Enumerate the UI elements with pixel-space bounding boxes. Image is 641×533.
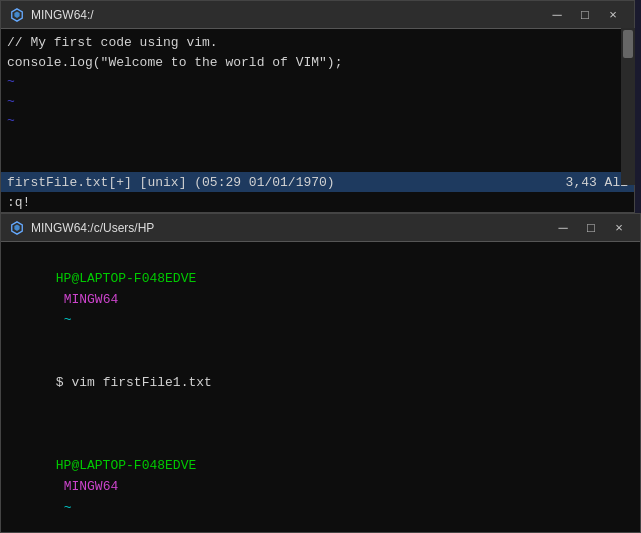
vim-code-line-3: console.log("Welcome to the world of VIM… xyxy=(7,53,628,73)
terminal-prompt-line-2: HP@LAPTOP-F048EDVE MINGW64 ~ xyxy=(9,435,632,532)
vim-window-icon xyxy=(9,7,25,23)
terminal-cmd-1: vim firstFile1.txt xyxy=(71,375,211,390)
terminal-window-controls: ─ □ × xyxy=(550,218,632,238)
vim-tilde-2: ~ xyxy=(7,92,628,112)
terminal-spacer xyxy=(9,414,632,435)
vim-command-line: :q! xyxy=(1,192,634,212)
vim-window: MINGW64:/ ─ □ × // My first code using v… xyxy=(0,0,635,213)
terminal-close-button[interactable]: × xyxy=(606,218,632,238)
vim-status-left: firstFile.txt[+] [unix] (05:29 01/01/197… xyxy=(7,175,335,190)
terminal-prompt1-dir: MINGW64 xyxy=(56,292,118,307)
terminal-title-bar: MINGW64:/c/Users/HP ─ □ × xyxy=(1,214,640,242)
terminal-dollar-1: $ xyxy=(56,375,72,390)
vim-title-bar: MINGW64:/ ─ □ × xyxy=(1,1,634,29)
terminal-window: MINGW64:/c/Users/HP ─ □ × HP@LAPTOP-F048… xyxy=(0,213,641,533)
terminal-prompt-line-1: HP@LAPTOP-F048EDVE MINGW64 ~ xyxy=(9,248,632,352)
terminal-title-left: MINGW64:/c/Users/HP xyxy=(9,220,154,236)
vim-status-right: 3,43 All xyxy=(566,175,628,190)
terminal-prompt2-user: HP@LAPTOP-F048EDVE xyxy=(56,458,196,473)
vim-tilde-1: ~ xyxy=(7,72,628,92)
terminal-content: HP@LAPTOP-F048EDVE MINGW64 ~ $ vim first… xyxy=(1,242,640,532)
vim-title-left: MINGW64:/ xyxy=(9,7,94,23)
vim-code-line-1: // My first code using vim. xyxy=(7,33,628,53)
vim-status-bar: firstFile.txt[+] [unix] (05:29 01/01/197… xyxy=(1,172,634,192)
terminal-prompt1-tilde: ~ xyxy=(56,312,72,327)
terminal-prompt2-dir: MINGW64 xyxy=(56,479,118,494)
terminal-minimize-button[interactable]: ─ xyxy=(550,218,576,238)
svg-marker-1 xyxy=(14,11,19,17)
vim-command-text: :q! xyxy=(7,195,30,210)
terminal-window-icon xyxy=(9,220,25,236)
vim-maximize-button[interactable]: □ xyxy=(572,5,598,25)
vim-window-title: MINGW64:/ xyxy=(31,8,94,22)
vim-window-controls: ─ □ × xyxy=(544,5,626,25)
svg-marker-3 xyxy=(14,224,19,230)
terminal-cmd-line-1: $ vim firstFile1.txt xyxy=(9,352,632,414)
vim-scrollbar-thumb xyxy=(623,30,633,58)
vim-close-button[interactable]: × xyxy=(600,5,626,25)
terminal-window-title: MINGW64:/c/Users/HP xyxy=(31,221,154,235)
vim-minimize-button[interactable]: ─ xyxy=(544,5,570,25)
vim-tilde-3: ~ xyxy=(7,111,628,131)
vim-scrollbar[interactable] xyxy=(621,28,635,185)
terminal-prompt2-tilde: ~ xyxy=(56,500,72,515)
terminal-maximize-button[interactable]: □ xyxy=(578,218,604,238)
vim-editor-content: // My first code using vim. console.log(… xyxy=(1,29,634,172)
terminal-prompt1-user: HP@LAPTOP-F048EDVE xyxy=(56,271,196,286)
